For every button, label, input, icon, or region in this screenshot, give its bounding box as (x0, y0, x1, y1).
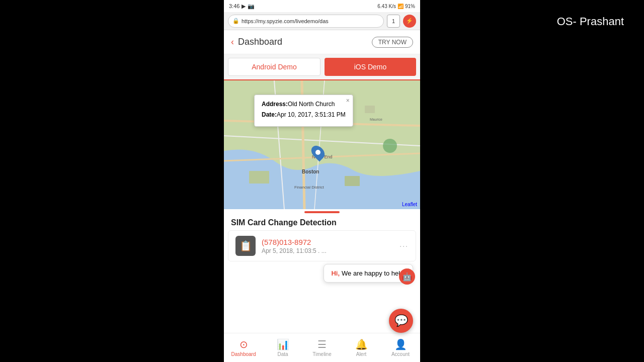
browser-bar: 🔒 https://my.spyzie.com/livedemo/das 1 ⚡ (224, 12, 420, 30)
dashboard-header: ‹ Dashboard TRY NOW (224, 30, 420, 54)
chat-avatar: 🤖 (399, 268, 415, 285)
sim-icon-wrap: 📋 (235, 236, 256, 256)
try-now-button[interactable]: TRY NOW (372, 37, 413, 48)
back-button[interactable]: ‹ (231, 37, 234, 47)
android-demo-tab[interactable]: Android Demo (228, 58, 320, 76)
scroll-indicator (224, 209, 420, 213)
leaflet-label: Leaflet (402, 202, 417, 207)
svg-rect-12 (345, 176, 360, 186)
nav-data[interactable]: 📊 Data (263, 338, 302, 357)
camera-icon: 📷 (248, 3, 255, 10)
tab-selector: Android Demo iOS Demo (224, 54, 420, 80)
sim-info: (578)013-8972 Apr 5, 2018, 11:03:5 . ... (262, 238, 399, 254)
svg-text:Maurice: Maurice (370, 118, 382, 121)
signal-icon: 📶 (397, 4, 404, 9)
nav-dashboard-label: Dashboard (231, 351, 256, 357)
sim-title: SIM Card Change Detection (231, 218, 337, 227)
nav-timeline-label: Timeline (312, 351, 331, 357)
svg-text:Boston: Boston (302, 169, 319, 174)
robot-icon: 🤖 (402, 272, 412, 282)
nav-alert[interactable]: 🔔 Alert (342, 338, 381, 357)
timeline-icon: ☰ (317, 338, 327, 350)
ios-demo-tab[interactable]: iOS Demo (325, 58, 416, 76)
page-title: Dashboard (238, 37, 282, 47)
nav-account[interactable]: 👤 Account (381, 338, 420, 357)
url-text: https://my.spyzie.com/livedemo/das (242, 18, 329, 24)
status-right: 6.43 K/s 📶 91% (377, 4, 415, 9)
account-icon: 👤 (394, 338, 407, 350)
nav-dashboard[interactable]: ⊙ Dashboard (224, 338, 263, 357)
time: 3:46 (229, 3, 239, 9)
data-icon: 📊 (277, 338, 289, 350)
map-popup: × Address:Old North Church Date:Apr 10, … (254, 95, 353, 127)
sim-date: Apr 5, 2018, 11:03:5 . ... (262, 247, 399, 254)
svg-point-17 (383, 139, 397, 153)
header-left: ‹ Dashboard (231, 37, 282, 47)
bottom-nav: ⊙ Dashboard 📊 Data ☰ Timeline 🔔 Alert 👤 … (224, 333, 420, 362)
sim-item[interactable]: 📋 (578)013-8972 Apr 5, 2018, 11:03:5 . .… (228, 230, 416, 261)
alert-icon: 🔔 (355, 338, 368, 350)
lock-icon: 🔒 (232, 18, 239, 24)
sim-section: SIM Card Change Detection 📋 (578)013-897… (224, 209, 420, 261)
chat-hi: Hi, (331, 269, 340, 277)
sim-phone: (578)013-8972 (262, 238, 399, 246)
url-bar[interactable]: 🔒 https://my.spyzie.com/livedemo/das (228, 15, 384, 28)
map-address: Address:Old North Church (262, 100, 346, 109)
sim-icon: 📋 (239, 240, 252, 252)
nav-alert-label: Alert (356, 351, 367, 357)
svg-rect-10 (365, 106, 375, 113)
sim-dots: ··· (399, 242, 409, 250)
nav-account-label: Account (391, 351, 410, 357)
nav-timeline[interactable]: ☰ Timeline (302, 338, 342, 357)
status-bar: 3:46 ▶ 📷 6.43 K/s 📶 91% (224, 0, 420, 12)
dashboard-icon: ⊙ (239, 338, 248, 350)
phone-frame: 3:46 ▶ 📷 6.43 K/s 📶 91% 🔒 https://my.spy… (224, 0, 420, 362)
map-popup-close[interactable]: × (346, 97, 350, 104)
tab-button[interactable]: 1 (387, 15, 400, 28)
red-bar (304, 211, 340, 213)
svg-rect-11 (249, 171, 269, 184)
map-pin (312, 145, 324, 160)
nav-data-label: Data (277, 351, 288, 357)
sim-header: SIM Card Change Detection (224, 213, 420, 230)
map-date: Date:Apr 10, 2017, 3:51:31 PM (262, 111, 346, 119)
battery: 91% (405, 4, 415, 9)
message-fab-button[interactable]: 💬 (389, 309, 413, 333)
speed: 6.43 K/s (377, 4, 396, 9)
svg-text:Financial District: Financial District (294, 185, 324, 190)
status-left: 3:46 ▶ 📷 (229, 3, 255, 10)
map-container[interactable]: North End Boston Financial District Maur… (224, 80, 420, 209)
chat-message: We are happy to help! (342, 269, 406, 277)
os-label: OS- Prashant (557, 15, 624, 28)
leaflet-link[interactable]: Leaflet (402, 202, 417, 207)
video-icon: ▶ (242, 3, 246, 10)
extension-button[interactable]: ⚡ (403, 15, 416, 28)
